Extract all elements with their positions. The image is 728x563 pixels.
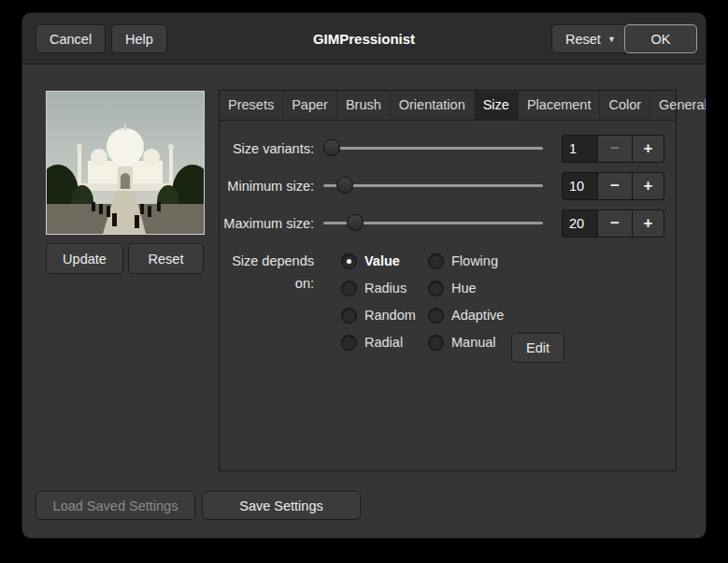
size-variants-label: Size variants: bbox=[220, 134, 314, 164]
tab-brush[interactable]: Brush bbox=[337, 91, 391, 120]
radio-button-icon[interactable] bbox=[341, 281, 357, 296]
reset-dropdown-label: Reset bbox=[565, 32, 601, 47]
save-settings-button[interactable]: Save Settings bbox=[202, 491, 361, 520]
slider-track[interactable] bbox=[323, 147, 543, 150]
maximum-size-row: Maximum size: 20 − + bbox=[220, 209, 676, 238]
maximum-size-value[interactable]: 20 bbox=[562, 209, 597, 238]
radio-hue-label[interactable]: Hue bbox=[451, 281, 477, 296]
reset-dropdown-button[interactable]: Reset ▼ bbox=[551, 24, 630, 53]
size-variants-value[interactable]: 1 bbox=[562, 135, 597, 163]
edit-button[interactable]: Edit bbox=[511, 333, 564, 363]
settings-notebook: Presets Paper Brush Orientation Size Pla… bbox=[219, 90, 677, 471]
radio-button-icon[interactable] bbox=[428, 281, 444, 296]
header-bar: Cancel Help GIMPressionist Reset ▼ OK bbox=[22, 13, 706, 65]
load-saved-settings-button[interactable]: Load Saved Settings bbox=[36, 491, 195, 520]
tab-bar: Presets Paper Brush Orientation Size Pla… bbox=[220, 91, 676, 121]
tab-paper[interactable]: Paper bbox=[283, 91, 337, 120]
minimum-size-slider[interactable] bbox=[323, 171, 543, 201]
minimum-size-minus-icon[interactable]: − bbox=[597, 172, 633, 200]
radio-radius[interactable]: Radius bbox=[341, 277, 407, 299]
maximum-size-plus-icon[interactable]: + bbox=[633, 209, 664, 238]
size-variants-plus-icon[interactable]: + bbox=[633, 135, 664, 163]
preview-image bbox=[46, 91, 205, 235]
gimpressionist-dialog: Cancel Help GIMPressionist Reset ▼ OK bbox=[22, 13, 706, 538]
radio-random-label[interactable]: Random bbox=[364, 308, 416, 323]
size-variants-slider[interactable] bbox=[323, 134, 543, 164]
radio-manual-label[interactable]: Manual bbox=[451, 335, 496, 350]
tab-color[interactable]: Color bbox=[600, 91, 650, 120]
radio-button-icon[interactable] bbox=[341, 308, 357, 324]
tab-placement[interactable]: Placement bbox=[519, 91, 601, 120]
maximum-size-minus-icon[interactable]: − bbox=[597, 209, 633, 238]
radio-flowing-label[interactable]: Flowing bbox=[451, 253, 498, 268]
ok-button[interactable]: OK bbox=[624, 24, 697, 53]
minimum-size-row: Minimum size: 10 − + bbox=[220, 171, 676, 201]
size-depends-label: Size depends on: bbox=[220, 250, 314, 295]
radio-radial[interactable]: Radial bbox=[341, 331, 403, 354]
tab-size[interactable]: Size bbox=[475, 91, 519, 120]
minimum-size-value[interactable]: 10 bbox=[562, 172, 597, 200]
radio-button-icon[interactable] bbox=[341, 253, 357, 269]
radio-adaptive[interactable]: Adaptive bbox=[428, 304, 504, 326]
radio-value-label[interactable]: Value bbox=[364, 253, 400, 268]
update-button[interactable]: Update bbox=[46, 243, 123, 274]
maximum-size-slider[interactable] bbox=[323, 209, 543, 238]
size-variants-minus-icon[interactable]: − bbox=[597, 135, 633, 163]
slider-track[interactable] bbox=[323, 184, 543, 187]
radio-button-icon[interactable] bbox=[428, 253, 444, 269]
radio-random[interactable]: Random bbox=[341, 304, 416, 326]
minimum-size-plus-icon[interactable]: + bbox=[633, 172, 664, 200]
radio-manual[interactable]: Manual bbox=[428, 331, 496, 354]
slider-thumb[interactable] bbox=[323, 139, 340, 156]
tab-presets[interactable]: Presets bbox=[220, 91, 283, 120]
radio-radius-label[interactable]: Radius bbox=[364, 281, 407, 296]
radio-value[interactable]: Value bbox=[341, 250, 400, 272]
radio-hue[interactable]: Hue bbox=[428, 277, 477, 299]
tab-general[interactable]: General bbox=[650, 91, 706, 120]
slider-thumb[interactable] bbox=[347, 214, 364, 231]
maximum-size-label: Maximum size: bbox=[220, 209, 314, 238]
radio-button-icon[interactable] bbox=[341, 335, 357, 351]
preview-reset-button[interactable]: Reset bbox=[128, 243, 204, 274]
radio-button-icon[interactable] bbox=[428, 308, 444, 324]
minimum-size-label: Minimum size: bbox=[220, 171, 314, 201]
size-variants-row: Size variants: 1 − + bbox=[220, 134, 676, 164]
radio-flowing[interactable]: Flowing bbox=[428, 250, 498, 272]
chevron-down-icon: ▼ bbox=[607, 36, 616, 44]
help-button[interactable]: Help bbox=[111, 24, 167, 53]
radio-radial-label[interactable]: Radial bbox=[364, 335, 403, 350]
size-tab-content: Size variants: 1 − + Minimum size: 10 − … bbox=[220, 121, 676, 470]
slider-thumb[interactable] bbox=[336, 177, 353, 194]
radio-adaptive-label[interactable]: Adaptive bbox=[451, 308, 504, 323]
radio-button-icon[interactable] bbox=[428, 335, 444, 351]
cancel-button[interactable]: Cancel bbox=[36, 24, 106, 53]
tab-orientation[interactable]: Orientation bbox=[391, 91, 475, 120]
